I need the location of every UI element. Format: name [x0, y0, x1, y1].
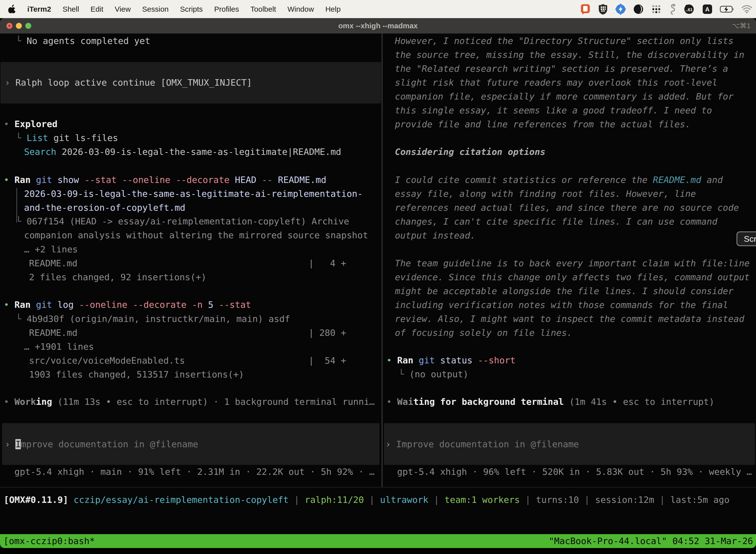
text-segment: Search	[24, 147, 56, 157]
text-segment: └	[16, 216, 26, 226]
text-segment: Ran	[14, 299, 30, 310]
thinking-paragraph: slight risk that future readers may over…	[395, 76, 717, 90]
text-segment: 067f154 (HEAD -> essay/ai-reimplementati…	[26, 216, 349, 226]
text-segment: ralph:11/20	[305, 495, 364, 505]
thinking-paragraph: companion file, especially if more comme…	[395, 90, 734, 104]
text-segment: --short	[478, 355, 516, 365]
menu-item-edit[interactable]: Edit	[90, 5, 104, 13]
wifi-icon[interactable]	[741, 5, 753, 14]
log-stat-voice: src/voice/voiceModeEnabled.ts | 54 +	[29, 354, 346, 368]
model-status-right: gpt-5.4 xhigh · 96% left · 520K in · 5.8…	[397, 465, 752, 479]
log-stat-summary: 1903 files changed, 513517 insertions(+)	[29, 368, 244, 382]
text-segment: show	[52, 175, 84, 185]
contrast-circle-icon[interactable]	[633, 4, 644, 15]
text-segment: •	[386, 355, 397, 365]
text-segment: However, I noticed the "Directory Struct…	[395, 36, 734, 46]
thinking-paragraph: However, I noticed the "Directory Struct…	[395, 34, 734, 48]
battery-icon[interactable]	[720, 5, 734, 13]
keyboard-layout-icon[interactable]: A	[702, 4, 713, 15]
menu-item-shell[interactable]: Shell	[63, 5, 79, 13]
text-segment: I	[15, 439, 21, 449]
prompt-input-left: › Improve documentation in @filename	[5, 437, 198, 451]
text-segment: 2026-03-09-is-legal-the-same-as-legitima…	[24, 189, 363, 199]
text-segment: |	[428, 495, 444, 505]
text-segment: 2 files changed, 92 insertions(+)	[29, 272, 206, 282]
text-segment: git ls-files	[48, 133, 118, 143]
text-segment: 5	[203, 299, 219, 310]
menu-item-window[interactable]: Window	[288, 5, 314, 13]
log-commit-line: └ 4b9d30f (origin/main, instructkr/main,…	[16, 312, 290, 326]
thinking-paragraph: the "Related research writing" section i…	[395, 62, 728, 76]
thinking-paragraph: references need actual files, and since …	[395, 201, 739, 215]
text-segment: companion analysis without altering the …	[24, 230, 368, 240]
text-segment: of focusing solely on file lines.	[395, 328, 572, 338]
text-segment: |	[520, 495, 536, 505]
tmux-status-bar: [omx-cczip0:bash* "MacBook-Pro-44.local"…	[0, 534, 756, 548]
log-more-lines: … +1901 lines	[24, 340, 94, 354]
thinking-paragraph: might be acceptable alongside the file l…	[395, 284, 734, 298]
text-segment: git	[36, 175, 52, 185]
dots-grid-icon[interactable]	[651, 4, 662, 15]
text-segment: The team guideline is to back every impo…	[395, 258, 750, 268]
log-stat-readme: README.md | 280 +	[29, 326, 346, 340]
thinking-paragraph: the source tree, missing the essay. Stil…	[395, 48, 744, 62]
text-segment: List	[26, 133, 48, 143]
text-segment: Considering citation options	[395, 147, 546, 157]
screen-sharing-tooltip[interactable]: Scre	[737, 231, 756, 246]
text-segment: --	[262, 175, 272, 185]
pane-divider[interactable]	[381, 34, 383, 487]
shield-icon[interactable]	[598, 3, 608, 15]
text-segment: … +2 lines	[24, 244, 78, 255]
agents-status-line: └ No agents completed yet	[16, 34, 150, 48]
text-segment: (1m 41s • esc to interrupt)	[564, 397, 714, 407]
text-segment: status	[435, 355, 478, 365]
text-segment	[68, 495, 74, 505]
text-segment: └	[16, 36, 26, 46]
verification-stamp-icon[interactable]	[615, 3, 626, 15]
menu-item-scripts[interactable]: Scripts	[180, 5, 203, 13]
text-segment: •	[4, 119, 14, 129]
text-segment: README.md	[272, 175, 326, 185]
menu-item-view[interactable]: View	[115, 5, 131, 13]
text-segment: └	[398, 369, 409, 379]
tmux-host-clock: "MacBook-Pro-44.local" 04:52 31-Mar-26	[549, 534, 753, 548]
screen-record-icon[interactable]	[580, 3, 591, 15]
menu-item-help[interactable]: Help	[325, 5, 341, 13]
window-shortcut-badge: ⌥⌘1	[732, 18, 751, 34]
battery-percent-text: ..61	[686, 7, 693, 12]
terminal-content: └ No agents completed yet› Ralph loop ac…	[0, 34, 756, 534]
text-segment: README.md | 4 +	[29, 258, 346, 268]
show-filename-1: 2026-03-09-is-legal-the-same-as-legitima…	[24, 187, 363, 201]
text-segment: review. Also, I might want to inspect th…	[395, 314, 744, 324]
text-segment: src/voice/voiceModeEnabled.ts | 54 +	[29, 355, 346, 366]
menu-item-session[interactable]: Session	[142, 5, 169, 13]
ran-git-show: • Ran git show --stat --oneline --decora…	[4, 173, 326, 187]
text-segment: └	[16, 133, 26, 143]
squiggle-icon[interactable]	[669, 3, 676, 15]
apple-menu-icon[interactable]	[7, 4, 17, 15]
text-segment: session:12m	[595, 495, 654, 505]
text-segment: and	[701, 175, 723, 185]
menu-item-toolbelt[interactable]: Toolbelt	[251, 5, 276, 13]
text-segment: README.md | 280 +	[29, 328, 346, 338]
text-segment	[413, 355, 419, 365]
text-segment: the source tree, missing the essay. Stil…	[395, 50, 744, 60]
menu-item-iterm2[interactable]: iTerm2	[27, 5, 51, 13]
text-segment: --oneline	[79, 299, 127, 310]
text-segment: 4b9d30f (origin/main, instructkr/main, m…	[26, 314, 290, 324]
text-segment: ›	[5, 77, 15, 88]
text-segment: Wai	[397, 397, 413, 407]
ralph-inject-line: › Ralph loop active continue [OMX_TMUX_I…	[5, 76, 252, 90]
thinking-paragraph: of focusing solely on file lines.	[395, 326, 572, 340]
text-segment: |	[364, 495, 380, 505]
show-filename-2: and-the-erosion-of-copyleft.md	[24, 201, 185, 215]
menu-item-profiles[interactable]: Profiles	[214, 5, 239, 13]
text-segment: changes, I can't cite specific file line…	[395, 216, 717, 227]
text-segment: gpt-5.4 xhigh · 96% left · 520K in · 5.8…	[397, 466, 752, 477]
text-segment: |	[289, 495, 305, 505]
tmux-session-label[interactable]: [omx-cczip0:bash*	[3, 534, 95, 548]
text-segment: companion file, especially if more comme…	[395, 91, 734, 102]
battery-percent-badge-icon[interactable]: ..61	[683, 3, 695, 15]
text-segment: 2026-03-09-is-legal-the-same-as-legitima…	[56, 147, 341, 157]
show-commit-line-2: companion analysis without altering the …	[24, 228, 368, 242]
